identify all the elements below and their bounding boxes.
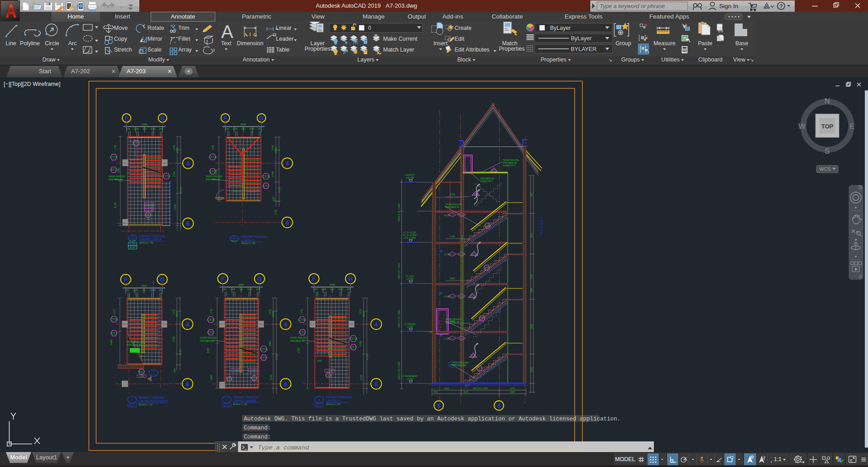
svg-text:LT.4 +11.150: LT.4 +11.150 [144,203,153,205]
svg-text:G: G [160,276,165,283]
svg-text:2750: 2750 [297,348,300,353]
svg-text:HAND RAILING: HAND RAILING [200,336,217,339]
svg-text:A1-003: A1-003 [316,405,323,407]
svg-text:4: 4 [132,235,133,238]
svg-text:CT7A: CT7A [262,175,270,178]
svg-text:2700: 2700 [271,171,274,177]
svg-text:A1-007: A1-007 [232,240,238,242]
svg-text:1475: 1475 [269,309,271,315]
svg-text:1475: 1475 [173,145,175,151]
svg-text:CT7: CT7 [111,168,117,171]
svg-text:1: 1 [131,398,133,401]
svg-text:FINISH PT.7: FINISH PT.7 [503,164,516,167]
svg-text:LT.2 +7.465: LT.2 +7.465 [145,209,153,211]
svg-text:1145: 1145 [150,127,155,130]
svg-text:PT.2: PT.2 [492,170,496,172]
svg-text:CT7: CT7 [485,224,491,227]
svg-text:1145: 1145 [247,288,252,291]
svg-text:CT7A: CT7A [162,175,170,178]
svg-text:CP.4: CP.4 [145,213,152,217]
svg-text:SKALA 1 : 50: SKALA 1 : 50 [138,403,152,406]
svg-text:ByLayer: ByLayer [571,35,592,42]
svg-text:2750: 2750 [450,235,455,238]
svg-text:LANTAI 1: LANTAI 1 [326,399,340,403]
svg-text:6: 6 [375,381,378,387]
svg-text:1145: 1145 [322,288,327,291]
svg-text:-3.950: -3.950 [139,375,145,377]
svg-text:PIPA BESI #3: PIPA BESI #3 [446,206,460,208]
svg-text:300 X 8 = 2700: 300 X 8 = 2700 [473,387,488,390]
svg-text:1145: 1145 [134,127,139,130]
svg-text:2000: 2000 [362,311,365,317]
svg-text:PIPA BESI #3: PIPA BESI #3 [109,178,123,181]
svg-text:3300: 3300 [207,348,209,353]
svg-text:Sign In: Sign In [719,3,738,9]
svg-text:CT7: CT7 [111,332,117,335]
svg-text:4: 4 [284,321,288,328]
svg-text:+10.750: +10.750 [406,176,414,179]
svg-text:1145: 1145 [230,288,235,291]
svg-text:5: 5 [233,236,235,239]
svg-text:4775: 4775 [180,187,182,193]
svg-text:CT7A: CT7A [350,337,357,340]
svg-text:AD-027: AD-027 [451,364,456,366]
svg-text:1880: 1880 [210,375,213,380]
svg-text:PT.2: PT.2 [474,193,478,195]
svg-text:860: 860 [530,193,533,197]
svg-text:1475: 1475 [172,309,175,315]
svg-text:HAND RAILING: HAND RAILING [109,175,125,178]
svg-text:Command:: Command: [244,434,271,440]
svg-text:1160: 1160 [117,168,120,173]
svg-text:4775: 4775 [275,354,278,360]
svg-text:G: G [257,275,262,282]
svg-text:PIPA BESI #3: PIPA BESI #3 [127,344,142,346]
svg-text:CT7: CT7 [263,184,269,188]
svg-text:B=-5tn: B=-5tn [130,246,135,249]
svg-text:SKALA 1 : 50: SKALA 1 : 50 [233,403,247,406]
svg-text:1475: 1475 [359,309,362,315]
svg-text:CY.1: CY.1 [451,337,455,340]
svg-text:ByLayer: ByLayer [550,25,571,31]
svg-text:-0.600: -0.600 [250,369,256,372]
svg-text:PIPA BESI #3: PIPA BESI #3 [206,178,220,181]
svg-text:CT7A: CT7A [110,318,118,321]
svg-text:PL.6: PL.6 [460,295,464,297]
svg-text:183.2 X 22 = 4250: 183.2 X 22 = 4250 [398,362,400,380]
svg-text:CT7A: CT7A [260,348,268,351]
svg-text:1932: 1932 [317,360,322,362]
svg-text:2000: 2000 [510,391,515,393]
svg-text:-0.100: -0.100 [407,325,413,328]
svg-text:6: 6 [285,219,289,226]
svg-text:1475: 1475 [212,145,214,151]
svg-text:CY.1: CY.1 [451,295,455,297]
svg-text:P.2: P.2 [147,221,150,223]
svg-text:1775: 1775 [300,309,303,315]
svg-text:1775: 1775 [114,145,117,151]
svg-text:G: G [348,275,353,282]
svg-text:F: F [223,115,227,122]
svg-text:SKALA 1 : 50: SKALA 1 : 50 [139,241,153,244]
svg-text:2971: 2971 [530,232,533,237]
svg-text:G: G [160,115,165,122]
svg-text:4: 4 [186,321,190,328]
svg-text:HAND RAILING: HAND RAILING [290,336,307,339]
svg-text:J.TANGGA: J.TANGGA [231,190,241,193]
svg-text:6: 6 [284,381,287,387]
svg-text:A7-203: A7-203 [151,374,156,376]
svg-text:188.2 X 12 = 2250: 188.2 X 12 = 2250 [398,310,400,328]
svg-text:230: 230 [258,127,262,130]
svg-text:Command:: Command: [244,425,271,431]
svg-text:CT7: CT7 [300,331,306,334]
svg-text:CY.2: CY.2 [451,253,455,255]
svg-text:230: 230 [159,127,163,130]
svg-text:1775: 1775 [113,309,116,315]
svg-text:BYLAYER: BYLAYER [571,46,597,52]
svg-text:LANTAI DASAR: LANTAI DASAR [233,399,256,403]
svg-text:PT.2: PT.2 [470,295,474,297]
svg-text:UP: UP [140,355,143,358]
svg-text:CT7: CT7 [351,346,356,349]
svg-text:CT.6: CT.6 [251,377,257,380]
svg-text:1020: 1020 [444,387,449,390]
svg-text:2800: 2800 [238,283,244,286]
svg-text:6: 6 [186,220,190,227]
